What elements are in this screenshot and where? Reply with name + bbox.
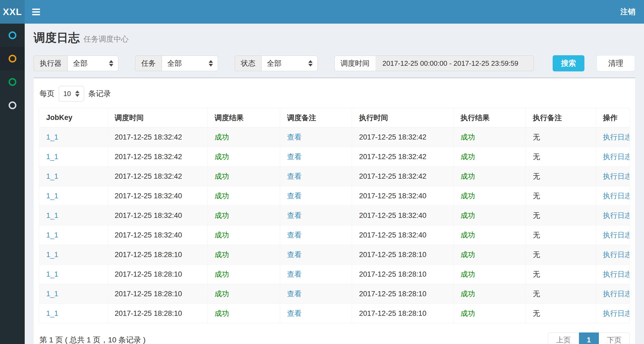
- prev-page-button[interactable]: 上页: [548, 332, 579, 344]
- trigger-msg-link[interactable]: 查看: [287, 211, 302, 219]
- trigger-time-cell: 2017-12-25 18:32:40: [115, 192, 182, 200]
- trigger-time-cell: 2017-12-25 18:28:10: [115, 270, 182, 278]
- select-arrows-icon: [308, 60, 313, 67]
- trigger-result-cell: 成功: [215, 231, 229, 239]
- column-header: 操作: [596, 108, 630, 127]
- trigger-time-cell: 2017-12-25 18:28:10: [115, 290, 182, 298]
- handle-time-cell: 2017-12-25 18:28:10: [359, 309, 426, 317]
- handle-msg-cell: 无: [533, 270, 540, 278]
- page-size-row: 每页 10 条记录: [39, 85, 630, 108]
- status-filter-label: 状态: [235, 56, 261, 71]
- trigger-result-cell: 成功: [215, 270, 229, 278]
- status-filter-select[interactable]: 全部: [261, 56, 318, 71]
- exec-log-link[interactable]: 执行日志: [603, 270, 630, 278]
- app-logo[interactable]: XXL: [0, 0, 25, 24]
- trigger-msg-link[interactable]: 查看: [287, 309, 302, 317]
- handle-msg-cell: 无: [533, 251, 540, 259]
- job-key-link[interactable]: 1_1: [46, 270, 58, 278]
- dispatch-log-table: JobKey调度时间调度结果调度备注执行时间执行结果执行备注操作 1_12017…: [39, 108, 630, 323]
- exec-log-link[interactable]: 执行日志: [603, 251, 630, 259]
- select-arrows-icon: [109, 60, 113, 67]
- trigger-msg-link[interactable]: 查看: [287, 153, 302, 161]
- trigger-result-cell: 成功: [215, 153, 229, 161]
- page-title: 调度日志: [34, 30, 80, 46]
- executor-filter-value: 全部: [73, 58, 88, 68]
- trigger-msg-link[interactable]: 查看: [287, 192, 302, 200]
- job-key-link[interactable]: 1_1: [46, 290, 58, 298]
- job-key-link[interactable]: 1_1: [46, 192, 58, 200]
- sidebar-item-4[interactable]: [0, 94, 25, 117]
- page-size-select[interactable]: 10: [59, 86, 84, 101]
- handle-result-cell: 成功: [461, 192, 475, 200]
- handle-time-cell: 2017-12-25 18:28:10: [359, 251, 426, 259]
- exec-log-link[interactable]: 执行日志: [603, 192, 630, 200]
- exec-log-link[interactable]: 执行日志: [603, 290, 630, 298]
- executor-filter-group: 执行器 全部: [34, 56, 118, 71]
- page-size-suffix-label: 条记录: [88, 89, 111, 99]
- trigger-time-range-input[interactable]: 2017-12-25 00:00:00 - 2017-12-25 23:59:5…: [375, 56, 534, 71]
- job-key-link[interactable]: 1_1: [46, 231, 58, 239]
- job-filter-group: 任务 全部: [135, 56, 218, 71]
- log-table-box: 每页 10 条记录 JobKey调度时间调度结果调度备注执行时间执行结果执行备注…: [34, 77, 635, 344]
- trigger-time-cell: 2017-12-25 18:28:10: [115, 309, 182, 317]
- handle-time-cell: 2017-12-25 18:32:40: [359, 192, 426, 200]
- job-key-link[interactable]: 1_1: [46, 211, 58, 219]
- select-arrows-icon: [209, 60, 213, 67]
- top-navbar: XXL 注销: [0, 0, 644, 24]
- exec-log-link[interactable]: 执行日志: [603, 172, 630, 180]
- job-key-link[interactable]: 1_1: [46, 172, 58, 180]
- job-key-link[interactable]: 1_1: [46, 251, 58, 259]
- circle-outline-icon: [9, 78, 16, 86]
- exec-log-link[interactable]: 执行日志: [603, 231, 630, 239]
- handle-time-cell: 2017-12-25 18:32:42: [359, 172, 426, 180]
- exec-log-link[interactable]: 执行日志: [603, 309, 630, 317]
- handle-result-cell: 成功: [461, 231, 475, 239]
- column-header: 执行备注: [526, 108, 596, 127]
- sidebar-toggle-button[interactable]: [25, 0, 47, 24]
- handle-time-cell: 2017-12-25 18:32:42: [359, 153, 426, 161]
- job-key-link[interactable]: 1_1: [46, 133, 58, 141]
- handle-msg-cell: 无: [533, 290, 540, 298]
- trigger-result-cell: 成功: [215, 290, 229, 298]
- trigger-time-filter-group: 调度时间 2017-12-25 00:00:00 - 2017-12-25 23…: [334, 56, 534, 71]
- handle-msg-cell: 无: [533, 133, 540, 141]
- logout-link[interactable]: 注销: [612, 0, 644, 24]
- sidebar-item-2[interactable]: [0, 47, 25, 70]
- next-page-button[interactable]: 下页: [599, 332, 630, 344]
- trigger-result-cell: 成功: [215, 211, 229, 219]
- content-area: 调度日志 任务调度中心 执行器 全部 任务 全部 状态 全部 调度时: [25, 24, 644, 344]
- column-header: 调度结果: [208, 108, 280, 127]
- trigger-result-cell: 成功: [215, 172, 229, 180]
- sidebar-item-1[interactable]: [0, 24, 25, 47]
- trigger-msg-link[interactable]: 查看: [287, 270, 302, 278]
- column-header: 执行结果: [454, 108, 526, 127]
- table-header-row: JobKey调度时间调度结果调度备注执行时间执行结果执行备注操作: [39, 108, 630, 127]
- table-row: 1_12017-12-25 18:32:42成功查看2017-12-25 18:…: [39, 167, 630, 186]
- trigger-msg-link[interactable]: 查看: [287, 290, 302, 298]
- job-key-link[interactable]: 1_1: [46, 309, 58, 317]
- page-header: 调度日志 任务调度中心: [34, 24, 635, 46]
- exec-log-link[interactable]: 执行日志: [603, 133, 630, 141]
- job-filter-select[interactable]: 全部: [162, 56, 218, 71]
- trigger-msg-link[interactable]: 查看: [287, 133, 302, 141]
- trigger-result-cell: 成功: [215, 133, 229, 141]
- trigger-msg-link[interactable]: 查看: [287, 172, 302, 180]
- table-row: 1_12017-12-25 18:28:10成功查看2017-12-25 18:…: [39, 265, 630, 284]
- trigger-msg-link[interactable]: 查看: [287, 231, 302, 239]
- search-button[interactable]: 搜索: [553, 55, 584, 71]
- exec-log-link[interactable]: 执行日志: [603, 153, 630, 161]
- trigger-time-cell: 2017-12-25 18:32:40: [115, 211, 182, 219]
- select-arrows-icon: [75, 90, 79, 97]
- handle-time-cell: 2017-12-25 18:32:40: [359, 231, 426, 239]
- hamburger-icon: [32, 9, 40, 15]
- trigger-msg-link[interactable]: 查看: [287, 251, 302, 259]
- exec-log-link[interactable]: 执行日志: [603, 211, 630, 219]
- page-1-button[interactable]: 1: [579, 332, 599, 344]
- sidebar-item-3[interactable]: [0, 70, 25, 94]
- job-key-link[interactable]: 1_1: [46, 153, 58, 161]
- filter-toolbar: 执行器 全部 任务 全部 状态 全部 调度时间 2017-12-25 00:00…: [34, 55, 635, 71]
- executor-filter-select[interactable]: 全部: [67, 56, 118, 71]
- handle-time-cell: 2017-12-25 18:32:40: [359, 211, 426, 219]
- page-size-value: 10: [63, 90, 71, 98]
- clear-button[interactable]: 清理: [597, 55, 635, 71]
